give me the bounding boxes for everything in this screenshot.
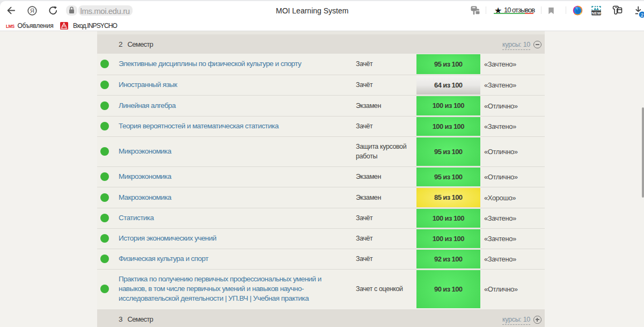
svg-text:Я: Я bbox=[30, 8, 34, 14]
svg-text:NEW: NEW bbox=[591, 11, 601, 16]
svg-text:2: 2 bbox=[641, 12, 643, 18]
